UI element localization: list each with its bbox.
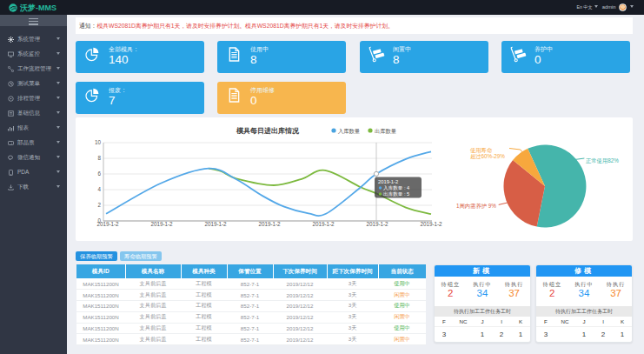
svg-text:2: 2: [97, 202, 101, 208]
svg-text:10: 10: [95, 139, 102, 145]
svg-text:2019-1-2: 2019-1-2: [150, 221, 173, 227]
svg-text:2019-1-2: 2019-1-2: [312, 221, 335, 227]
svg-text:2019-1-2: 2019-1-2: [204, 221, 227, 227]
svg-text:入库数量 : 4: 入库数量 : 4: [383, 185, 409, 190]
svg-text:6: 6: [97, 170, 101, 177]
svg-text:2019-1-2: 2019-1-2: [258, 221, 281, 227]
svg-text:1周内需养护 9%: 1周内需养护 9%: [456, 203, 496, 209]
svg-text:模具每日进出库情况: 模具每日进出库情况: [236, 126, 300, 135]
svg-text:2019-1-2: 2019-1-2: [96, 221, 119, 227]
svg-text:4: 4: [97, 186, 101, 192]
svg-text:超过60%-29%: 超过60%-29%: [470, 153, 505, 160]
svg-text:8: 8: [97, 155, 101, 161]
svg-text:正常使用82%: 正常使用82%: [586, 157, 619, 164]
svg-text:出库数量 : 5: 出库数量 : 5: [383, 191, 409, 197]
svg-text:入库数量: 入库数量: [338, 128, 360, 134]
svg-text:2019-1-2: 2019-1-2: [366, 221, 388, 227]
svg-text:2019-1-2: 2019-1-2: [420, 221, 442, 227]
svg-text:2019-1-2: 2019-1-2: [378, 179, 398, 184]
svg-text:出库数量: 出库数量: [375, 128, 396, 134]
